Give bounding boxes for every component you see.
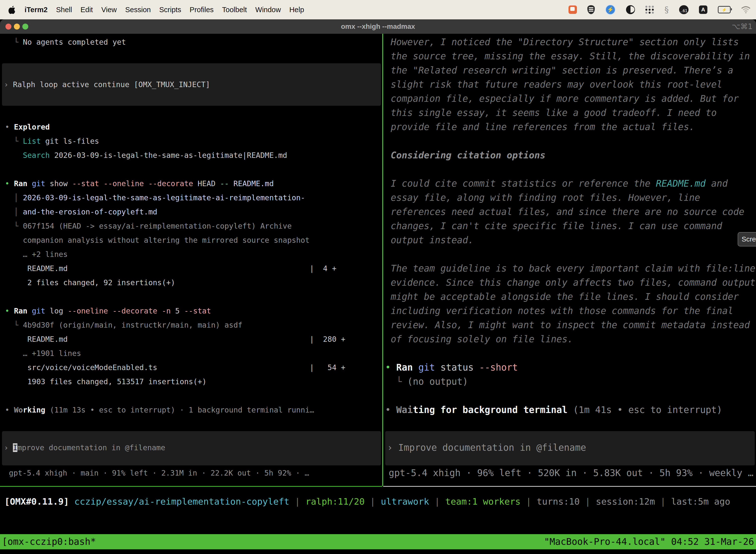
right-prompt-text[interactable]: › Improve documentation in @filename (385, 431, 755, 455)
battery-icon[interactable]: ⚡ (718, 6, 731, 13)
terminal-line (383, 162, 756, 176)
menu-item[interactable]: Window (251, 6, 285, 14)
terminal-line: The team guideline is to back every impo… (383, 261, 756, 276)
menu-item[interactable]: Shell (52, 6, 76, 14)
menu-item[interactable]: Edit (76, 6, 97, 14)
terminal-line: README.md | 4 + (0, 261, 382, 276)
window-title: omx --xhigh --madmax (0, 19, 756, 34)
terminal-line (383, 417, 756, 431)
terminal-line: references need actual files, and since … (383, 205, 756, 219)
terminal-line: companion file, especially if more comme… (383, 92, 756, 106)
left-pane-rows: └ No agents completed yet › Ralph loop a… (0, 35, 382, 431)
terminal-line: the source tree, missing the essay. Stil… (383, 49, 756, 63)
menu-bar-left: iTerm2 ShellEditViewSessionScriptsProfil… (0, 5, 308, 14)
shield-grid-icon[interactable] (587, 5, 595, 14)
terminal-line: • Ran git show --stat --oneline --decora… (0, 176, 382, 190)
terminal-line: … +2 lines (0, 247, 382, 261)
wifi-icon[interactable] (741, 6, 751, 13)
terminal-line: I could cite commit statistics or refere… (383, 176, 756, 190)
terminal-line: slight risk that future readers may over… (383, 77, 756, 92)
terminal-line: review. Also, I might want to inspect th… (383, 318, 756, 332)
right-pane-rows: However, I noticed the "Directory Struct… (383, 35, 756, 431)
menu-item[interactable]: Scripts (155, 6, 186, 14)
window-shortcut-hint: ⌥⌘1 (732, 19, 753, 34)
terminal-line: src/voice/voiceModeEnabled.ts | 54 + (0, 361, 382, 375)
terminal-line: might be acceptable alongside the file l… (383, 290, 756, 304)
terminal-line (383, 134, 756, 148)
right-prompt-input[interactable]: › Improve documentation in @filename (385, 431, 755, 465)
menu-item[interactable]: View (97, 6, 121, 14)
menu-bar-status-icons: ⚡ § ..61 A ⚡ (568, 4, 756, 15)
terminal-line: the "Related research writing" section i… (383, 63, 756, 77)
terminal-line: • Waiting for background terminal (1m 41… (383, 403, 756, 417)
squiggle-icon[interactable]: § (665, 5, 669, 15)
terminal-line: Search 2026-03-09-is-legal-the-same-as-l… (0, 148, 382, 162)
left-prompt-text[interactable]: › Improve documentation in @filename (2, 431, 381, 455)
terminal-line: this single essay, it seems like a good … (383, 106, 756, 120)
prompt-box[interactable]: › Ralph loop active continue [OMX_TMUX_I… (2, 63, 381, 106)
terminal-line (383, 346, 756, 361)
terminal-line (0, 389, 382, 403)
left-prompt-input[interactable]: › Improve documentation in @filename (2, 431, 381, 465)
terminal-line: 2 files changed, 92 insertions(+) (0, 276, 382, 290)
terminal-line: • Ran git log --oneline --decorate -n 5 … (0, 304, 382, 318)
terminal-line: README.md | 280 + (0, 332, 382, 346)
terminal-line: Considering citation options (383, 148, 756, 162)
terminal-line: └ 067f154 (HEAD -> essay/ai-reimplementa… (0, 219, 382, 233)
terminal-line: essay file, along with finding root file… (383, 190, 756, 205)
right-pane-border (383, 486, 756, 487)
terminal-line: • Ran git status --short (383, 361, 756, 375)
left-model-status: gpt-5.4 xhigh · main · 91% left · 2.31M … (0, 466, 382, 480)
chat-app-icon[interactable] (568, 5, 577, 14)
left-terminal-pane[interactable]: └ No agents completed yet › Ralph loop a… (0, 34, 382, 486)
terminal-line: companion analysis without altering the … (0, 233, 382, 247)
terminal-line: changes, I can't cite specific file line… (383, 219, 756, 233)
menu-item[interactable]: Profiles (186, 6, 218, 14)
terminal-line (383, 247, 756, 261)
terminal-line: │ 2026-03-09-is-legal-the-same-as-legiti… (0, 190, 382, 205)
terminal-line (383, 389, 756, 403)
pie-circle-icon[interactable] (626, 5, 635, 14)
terminal-line (0, 49, 382, 63)
terminal-window: └ No agents completed yet › Ralph loop a… (0, 34, 756, 554)
terminal-line: └ (no output) (383, 375, 756, 389)
terminal-line: output instead. (383, 233, 756, 247)
terminal-line: └ List git ls-files (0, 134, 382, 148)
battery-app-icon[interactable]: ..61 (679, 5, 689, 14)
terminal-line: 1903 files changed, 513517 insertions(+) (0, 375, 382, 389)
terminal-line (0, 417, 382, 431)
menu-item[interactable]: Help (285, 6, 308, 14)
terminal-line (0, 162, 382, 176)
window-title-bar: omx --xhigh --madmax ⌥⌘1 (0, 19, 756, 34)
dots-grid-icon[interactable] (645, 6, 654, 14)
terminal-line: • Explored (0, 120, 382, 134)
input-source-icon[interactable]: A (699, 5, 707, 14)
terminal-line: … +1901 lines (0, 346, 382, 361)
menu-item[interactable]: Session (121, 6, 155, 14)
menu-bar: iTerm2 ShellEditViewSessionScriptsProfil… (0, 0, 756, 19)
terminal-line: └ No agents completed yet (0, 35, 382, 49)
apple-menu-icon[interactable] (8, 5, 16, 14)
omx-status-line: [OMX#0.11.9] cczip/essay/ai-reimplementa… (0, 494, 756, 509)
left-pane-border (0, 486, 382, 487)
screen-indicator-pill[interactable]: Scre (738, 232, 756, 246)
terminal-line: │ and-the-erosion-of-copyleft.md (0, 205, 382, 219)
prompt-box-text: › Ralph loop active continue [OMX_TMUX_I… (2, 63, 381, 92)
menu-item[interactable]: Toolbelt (218, 6, 251, 14)
terminal-line: └ 4b9d30f (origin/main, instructkr/main,… (0, 318, 382, 332)
terminal-line: of focusing solely on file lines. (383, 332, 756, 346)
terminal-line (0, 106, 382, 120)
terminal-line: However, I noticed the "Directory Struct… (383, 35, 756, 49)
terminal-line: including verification notes with those … (383, 304, 756, 318)
right-terminal-pane[interactable]: However, I noticed the "Directory Struct… (383, 34, 756, 486)
menu-items: ShellEditViewSessionScriptsProfilesToolb… (52, 6, 308, 14)
bolt-circle-icon[interactable]: ⚡ (605, 4, 616, 15)
terminal-line: • Working (11m 13s • esc to interrupt) ·… (0, 403, 382, 417)
terminal-line (0, 290, 382, 304)
terminal-line: evidence. Since this change only affects… (383, 276, 756, 290)
tmux-session-label[interactable]: [omx-cczip0:bash* (2, 534, 96, 549)
tmux-host-clock: "MacBook-Pro-44.local" 04:52 31-Mar-26 (544, 534, 754, 549)
right-model-status: gpt-5.4 xhigh · 96% left · 520K in · 5.8… (383, 466, 756, 480)
terminal-line: provide file and line references from th… (383, 120, 756, 134)
menu-item-app[interactable]: iTerm2 (20, 6, 52, 14)
